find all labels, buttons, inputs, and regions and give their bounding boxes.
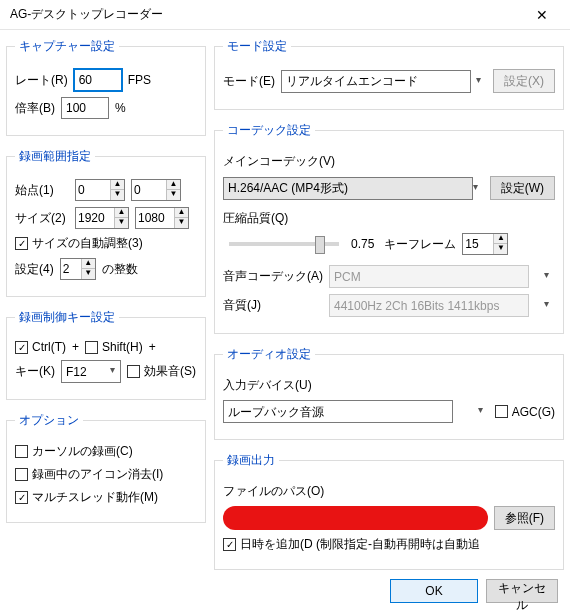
checkbox-icon [495, 405, 508, 418]
capture-legend: キャプチャー設定 [15, 38, 119, 55]
rate-label: レート(R) [15, 72, 68, 89]
mode-label: モード(E) [223, 73, 275, 90]
shift-checkbox[interactable]: Shift(H) [85, 340, 143, 354]
cancel-button[interactable]: キャンセル [486, 579, 558, 603]
capture-settings-group: キャプチャー設定 レート(R) FPS 倍率(B) % [6, 38, 206, 136]
cursor-label: カーソルの録画(C) [32, 443, 133, 460]
agc-label: AGC(G) [512, 405, 555, 419]
keyframe-label: キーフレーム [384, 236, 456, 253]
mode-group: モード設定 モード(E) リアルタイムエンコード 設定(X) [214, 38, 564, 110]
audio-device-label: 入力デバイス(U) [223, 377, 312, 394]
mult-input[interactable] [61, 97, 109, 119]
plus-text: + [72, 340, 79, 354]
window-title: AG-デスクトップレコーダー [10, 6, 163, 23]
sound-label: 効果音(S) [144, 363, 196, 380]
origin-label: 始点(1) [15, 182, 69, 199]
quality-value: 0.75 [351, 237, 374, 251]
filepath-input-redacted[interactable] [223, 506, 488, 530]
title-bar: AG-デスクトップレコーダー ✕ [0, 0, 570, 30]
size-h-input[interactable] [136, 208, 174, 228]
autosize-label: サイズの自動調整(3) [32, 235, 143, 252]
keyframe-input[interactable] [463, 234, 493, 254]
options-group: オプション カーソルの録画(C) 録画中のアイコン消去(I) マルチスレッド動作… [6, 412, 206, 523]
range-group: 録画範囲指定 始点(1) ▲▼ ▲▼ サイズ(2) ▲▼ [6, 148, 206, 297]
setting4-input[interactable] [61, 259, 81, 279]
output-group: 録画出力 ファイルのパス(O) 参照(F) 日時を追加(D (制限指定-自動再開… [214, 452, 564, 570]
origin-y-spinner[interactable]: ▲▼ [131, 179, 181, 201]
hotkey-group: 録画制御キー設定 Ctrl(T) + Shift(H) + キー(K) F12 [6, 309, 206, 400]
spin-down-icon[interactable]: ▼ [81, 269, 95, 279]
audio-group: オーディオ設定 入力デバイス(U) ループバック音源 AGC(G) [214, 346, 564, 440]
hideicon-label: 録画中のアイコン消去(I) [32, 466, 163, 483]
origin-x-input[interactable] [76, 180, 110, 200]
audio-codec-label: 音声コーデック(A) [223, 268, 323, 285]
audio-quality-label: 音質(J) [223, 297, 323, 314]
rate-unit: FPS [128, 73, 151, 87]
mode-settings-button: 設定(X) [493, 69, 555, 93]
quality-slider[interactable] [229, 242, 339, 246]
mode-select[interactable]: リアルタイムエンコード [281, 70, 471, 93]
range-legend: 録画範囲指定 [15, 148, 95, 165]
cursor-checkbox[interactable]: カーソルの録画(C) [15, 443, 133, 460]
spin-down-icon[interactable]: ▼ [174, 218, 188, 228]
checkbox-icon [15, 341, 28, 354]
rate-input[interactable] [74, 69, 122, 91]
checkbox-icon [15, 468, 28, 481]
multithread-label: マルチスレッド動作(M) [32, 489, 158, 506]
spin-down-icon[interactable]: ▼ [493, 244, 507, 254]
checkbox-icon [223, 538, 236, 551]
keyframe-spinner[interactable]: ▲▼ [462, 233, 508, 255]
main-codec-select[interactable]: H.264/AAC (MP4形式) [223, 177, 473, 200]
setting4-spinner[interactable]: ▲▼ [60, 258, 96, 280]
agc-checkbox[interactable]: AGC(G) [495, 405, 555, 419]
audio-device-select[interactable]: ループバック音源 [223, 400, 453, 423]
autosize-checkbox[interactable]: サイズの自動調整(3) [15, 235, 143, 252]
origin-y-input[interactable] [132, 180, 166, 200]
checkbox-icon [127, 365, 140, 378]
codec-legend: コーデック設定 [223, 122, 315, 139]
spin-down-icon[interactable]: ▼ [114, 218, 128, 228]
checkbox-icon [85, 341, 98, 354]
datetime-checkbox[interactable]: 日時を追加(D (制限指定-自動再開時は自動追 [223, 536, 480, 553]
size-h-spinner[interactable]: ▲▼ [135, 207, 189, 229]
spin-down-icon[interactable]: ▼ [166, 190, 180, 200]
spin-down-icon[interactable]: ▼ [110, 190, 124, 200]
ok-button[interactable]: OK [390, 579, 478, 603]
ctrl-label: Ctrl(T) [32, 340, 66, 354]
main-codec-label: メインコーデック(V) [223, 153, 335, 170]
key-label: キー(K) [15, 363, 55, 380]
setting4-label: 設定(4) [15, 261, 54, 278]
dialog-footer: OK キャンセル [390, 579, 558, 603]
ctrl-checkbox[interactable]: Ctrl(T) [15, 340, 66, 354]
origin-x-spinner[interactable]: ▲▼ [75, 179, 125, 201]
datetime-label: 日時を追加(D (制限指定-自動再開時は自動追 [240, 536, 480, 553]
plus-text: + [149, 340, 156, 354]
sound-checkbox[interactable]: 効果音(S) [127, 363, 196, 380]
key-select[interactable]: F12 [61, 360, 121, 383]
checkbox-icon [15, 237, 28, 250]
hotkey-legend: 録画制御キー設定 [15, 309, 119, 326]
quality-label: 圧縮品質(Q) [223, 210, 288, 227]
checkbox-icon [15, 445, 28, 458]
size-w-spinner[interactable]: ▲▼ [75, 207, 129, 229]
close-icon[interactable]: ✕ [522, 1, 562, 29]
output-legend: 録画出力 [223, 452, 279, 469]
size-w-input[interactable] [76, 208, 114, 228]
codec-settings-button[interactable]: 設定(W) [490, 176, 555, 200]
size-label: サイズ(2) [15, 210, 69, 227]
mode-legend: モード設定 [223, 38, 291, 55]
browse-button[interactable]: 参照(F) [494, 506, 555, 530]
audio-quality-select: 44100Hz 2Ch 16Bits 1411kbps [329, 294, 529, 317]
audio-legend: オーディオ設定 [223, 346, 315, 363]
audio-codec-select: PCM [329, 265, 529, 288]
codec-group: コーデック設定 メインコーデック(V) H.264/AAC (MP4形式) 設定… [214, 122, 564, 334]
multithread-checkbox[interactable]: マルチスレッド動作(M) [15, 489, 158, 506]
options-legend: オプション [15, 412, 83, 429]
hideicon-checkbox[interactable]: 録画中のアイコン消去(I) [15, 466, 163, 483]
filepath-label: ファイルのパス(O) [223, 483, 324, 500]
mult-unit: % [115, 101, 126, 115]
mult-label: 倍率(B) [15, 100, 55, 117]
setting4-suffix: の整数 [102, 261, 138, 278]
checkbox-icon [15, 491, 28, 504]
shift-label: Shift(H) [102, 340, 143, 354]
